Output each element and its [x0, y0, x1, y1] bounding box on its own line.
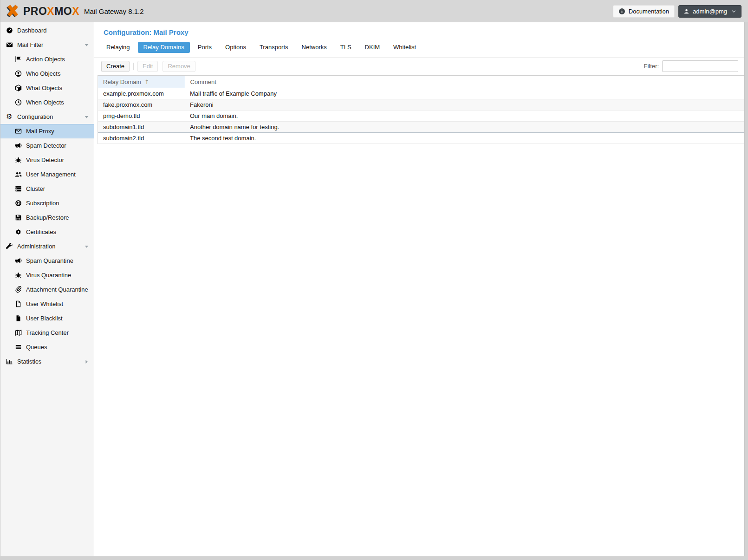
- column-header-relay-domain[interactable]: Relay Domain↑: [98, 76, 185, 88]
- sidebar-item-label: Spam Detector: [26, 142, 66, 149]
- bug-icon: [13, 272, 23, 279]
- sidebar-item-who-objects[interactable]: Who Objects: [0, 66, 94, 81]
- content-panel: Configuration: Mail Proxy RelayingRelay …: [94, 22, 745, 556]
- column-header-comment[interactable]: Comment: [185, 76, 744, 88]
- relay-domains-grid: Relay Domain↑Comment example.proxmox.com…: [98, 75, 744, 144]
- sidebar-item-label: When Objects: [26, 99, 64, 106]
- documentation-button[interactable]: Documentation: [613, 5, 675, 18]
- chevron-down-icon: [731, 9, 736, 14]
- sidebar-item-virus-detector[interactable]: Virus Detector: [0, 153, 94, 167]
- sidebar-item-user-blacklist[interactable]: User Blacklist: [0, 311, 94, 326]
- tab-relay-domains[interactable]: Relay Domains: [138, 42, 190, 53]
- gears-icon: ⚙: [5, 113, 14, 120]
- paperclip-icon: [13, 286, 23, 293]
- sidebar-item-administration[interactable]: Administration: [0, 239, 94, 254]
- sidebar-item-user-whitelist[interactable]: User Whitelist: [0, 297, 94, 311]
- sidebar-item-label: Virus Quarantine: [26, 272, 71, 279]
- table-row[interactable]: subdomain1.tldAnother domain name for te…: [98, 121, 744, 132]
- seal-icon: [13, 228, 23, 235]
- sidebar-item-action-objects[interactable]: Action Objects: [0, 52, 94, 66]
- tab-bar: RelayingRelay DomainsPortsOptionsTranspo…: [101, 42, 744, 53]
- sidebar-item-attachment-quarantine[interactable]: Attachment Quarantine: [0, 282, 94, 297]
- sidebar-item-label: Backup/Restore: [26, 214, 69, 221]
- tab-dkim[interactable]: DKIM: [359, 42, 386, 53]
- sidebar-item-dashboard[interactable]: Dashboard: [0, 23, 94, 38]
- sidebar-item-certificates[interactable]: Certificates: [0, 225, 94, 239]
- cube-icon: [13, 85, 23, 91]
- sidebar-item-label: Administration: [17, 243, 55, 250]
- clock-icon: [13, 99, 23, 106]
- sidebar-item-label: Certificates: [26, 228, 56, 235]
- proxmox-wordmark-segment: PRO: [23, 5, 47, 17]
- chart-icon: [5, 358, 14, 365]
- proxmox-wordmark-segment: MO: [54, 5, 72, 17]
- sidebar-item-mail-filter[interactable]: Mail Filter: [0, 38, 94, 52]
- comment-cell[interactable]: The second test domain.: [185, 132, 744, 143]
- sidebar-item-label: Spam Quarantine: [26, 257, 73, 264]
- flag-icon: [13, 56, 23, 63]
- sidebar-item-spam-detector[interactable]: Spam Detector: [0, 138, 94, 153]
- sidebar-item-label: User Whitelist: [26, 300, 63, 307]
- filter-input[interactable]: [662, 60, 738, 72]
- relay-domain-cell[interactable]: subdomain1.tld: [98, 121, 185, 132]
- sidebar-item-tracking-center[interactable]: Tracking Center: [0, 326, 94, 340]
- app-version-title: Mail Gateway 8.1.2: [84, 7, 143, 15]
- caret-right-icon[interactable]: [84, 359, 89, 364]
- tab-options[interactable]: Options: [220, 42, 252, 53]
- file-outline-icon: [13, 300, 23, 307]
- tab-networks[interactable]: Networks: [296, 42, 332, 53]
- remove-button[interactable]: Remove: [163, 61, 195, 72]
- sidebar-item-spam-quarantine[interactable]: Spam Quarantine: [0, 254, 94, 268]
- user-menu-label: admin@pmg: [693, 8, 727, 15]
- sidebar-item-virus-quarantine[interactable]: Virus Quarantine: [0, 268, 94, 282]
- user-menu-button[interactable]: admin@pmg: [678, 5, 741, 18]
- file-filled-icon: [13, 315, 23, 322]
- sidebar-item-label: Statistics: [17, 358, 41, 365]
- sidebar-item-queues[interactable]: Queues: [0, 340, 94, 354]
- lifering-icon: [13, 200, 23, 207]
- comment-cell[interactable]: Our main domain.: [185, 110, 744, 121]
- tab-whitelist[interactable]: Whitelist: [388, 42, 422, 53]
- sidebar-item-backup-restore[interactable]: Backup/Restore: [0, 210, 94, 225]
- table-row[interactable]: example.proxmox.comMail traffic of Examp…: [98, 88, 744, 99]
- tab-transports[interactable]: Transports: [254, 42, 294, 53]
- gauge-icon: [5, 27, 14, 34]
- toolbar-separator: [133, 63, 134, 70]
- relay-domain-cell[interactable]: subdomain2.tld: [98, 132, 185, 143]
- wrench-icon: [5, 243, 14, 250]
- proxmox-wordmark-segment: X: [72, 5, 79, 17]
- sidebar-item-label: Tracking Center: [26, 329, 69, 336]
- tab-relaying[interactable]: Relaying: [101, 42, 136, 53]
- table-row[interactable]: subdomain2.tldThe second test domain.: [98, 132, 744, 143]
- sidebar-item-label: Cluster: [26, 185, 45, 192]
- caret-down-icon[interactable]: [84, 114, 89, 119]
- tab-ports[interactable]: Ports: [192, 42, 217, 53]
- sidebar-item-configuration[interactable]: ⚙Configuration: [0, 110, 94, 124]
- relay-domain-cell[interactable]: fake.proxmox.com: [98, 99, 185, 110]
- comment-cell[interactable]: Mail traffic of Example Company: [185, 88, 744, 99]
- sidebar-item-label: What Objects: [26, 85, 62, 91]
- table-row[interactable]: pmg-demo.tldOur main domain.: [98, 110, 744, 121]
- sidebar-item-label: Subscription: [26, 200, 59, 207]
- bars-icon: [13, 344, 23, 351]
- table-row[interactable]: fake.proxmox.comFakeroni: [98, 99, 744, 110]
- comment-cell[interactable]: Another domain name for testing.: [185, 121, 744, 132]
- relay-domain-cell[interactable]: example.proxmox.com: [98, 88, 185, 99]
- edit-button[interactable]: Edit: [137, 61, 158, 72]
- relay-domain-cell[interactable]: pmg-demo.tld: [98, 110, 185, 121]
- sidebar-item-what-objects[interactable]: What Objects: [0, 81, 94, 95]
- envelope-filled-icon: [5, 41, 14, 48]
- sidebar-item-statistics[interactable]: Statistics: [0, 354, 94, 369]
- sidebar-item-mail-proxy[interactable]: Mail Proxy: [0, 124, 94, 138]
- sidebar-item-cluster[interactable]: Cluster: [0, 182, 94, 196]
- caret-down-icon[interactable]: [84, 244, 89, 249]
- sidebar-item-label: Mail Filter: [17, 41, 43, 48]
- create-button[interactable]: Create: [101, 61, 130, 72]
- sidebar-item-when-objects[interactable]: When Objects: [0, 95, 94, 110]
- sidebar-item-subscription[interactable]: Subscription: [0, 196, 94, 210]
- caret-down-icon[interactable]: [84, 42, 89, 47]
- proxmox-wordmark-segment: X: [47, 5, 54, 17]
- comment-cell[interactable]: Fakeroni: [185, 99, 744, 110]
- sidebar-item-user-management[interactable]: User Management: [0, 167, 94, 182]
- tab-tls[interactable]: TLS: [335, 42, 357, 53]
